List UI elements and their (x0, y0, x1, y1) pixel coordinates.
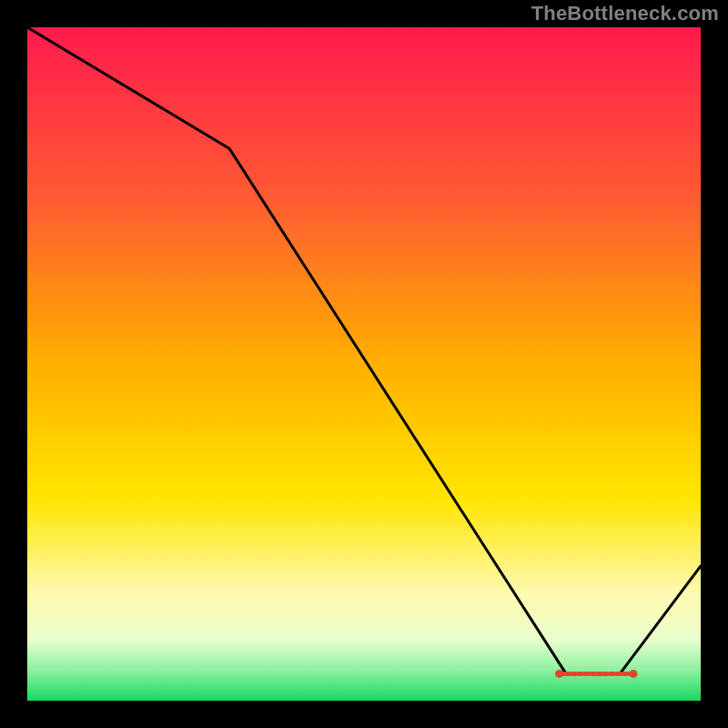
chart-frame: TheBottleneck.com (0, 0, 728, 728)
svg-point-2 (630, 670, 638, 678)
plot-area (27, 27, 701, 701)
chart-svg (27, 27, 701, 701)
svg-point-1 (555, 670, 563, 678)
gradient-background (27, 27, 701, 701)
watermark-label: TheBottleneck.com (531, 2, 719, 25)
